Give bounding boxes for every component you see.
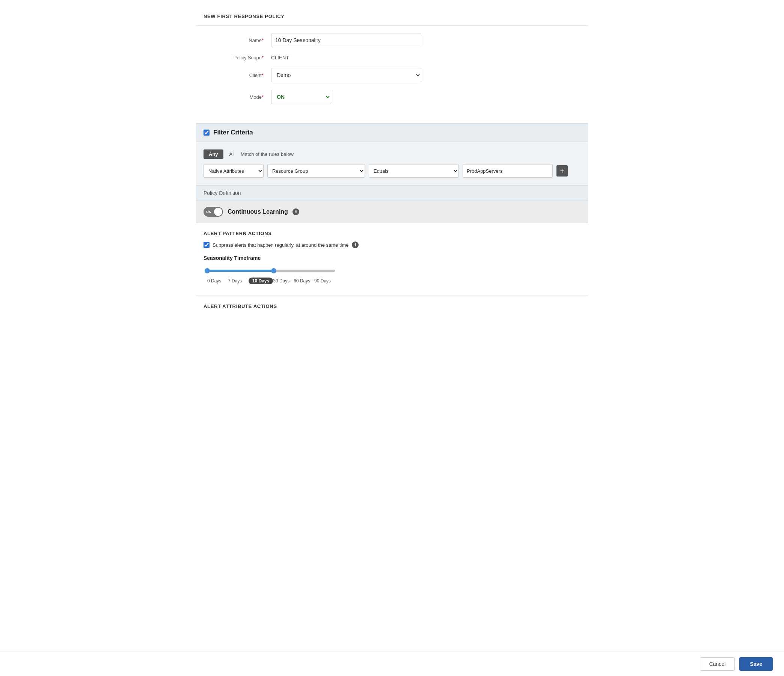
suppress-checkbox[interactable] <box>204 242 210 248</box>
resource-group-select[interactable]: Resource Group Host Service <box>268 164 365 178</box>
slider-label-0: 0 Days <box>207 278 228 283</box>
suppress-label: Suppress alerts that happen regularly, a… <box>213 242 349 248</box>
slider-track-wrapper <box>207 267 577 274</box>
any-button[interactable]: Any <box>204 150 223 159</box>
slider-label-90: 90 Days <box>314 278 335 283</box>
filter-criteria-title: Filter Criteria <box>213 129 253 136</box>
slider-label-10: 10 Days <box>249 277 273 284</box>
footer-bar: Cancel Save <box>0 652 784 676</box>
policy-scope-value: CLIENT <box>271 55 289 61</box>
match-text: Match of the rules below <box>241 151 294 157</box>
match-row: Any All Match of the rules below <box>204 150 580 159</box>
continuous-learning-label: Continuous Learning <box>227 209 288 215</box>
filter-value-input[interactable] <box>463 164 553 178</box>
filter-criteria-checkbox[interactable] <box>204 129 210 136</box>
toggle-wrapper[interactable]: ON <box>204 207 223 217</box>
page-title: NEW FIRST RESPONSE POLICY <box>196 8 588 25</box>
slider-thumb-left[interactable] <box>205 268 210 273</box>
alert-attribute-actions-title: ALERT ATTRIBUTE ACTIONS <box>204 304 580 309</box>
policy-scope-label: Policy Scope* <box>211 55 264 61</box>
slider-track[interactable] <box>207 269 335 272</box>
name-input[interactable] <box>271 33 421 47</box>
suppress-row: Suppress alerts that happen regularly, a… <box>204 241 580 248</box>
slider-fill <box>207 269 274 272</box>
policy-definition-header: Policy Definition <box>196 185 588 201</box>
suppress-info-icon[interactable]: ℹ <box>352 241 359 248</box>
form-section: Name* Policy Scope* CLIENT Client* Demo … <box>196 25 588 123</box>
add-rule-button[interactable]: + <box>557 165 568 176</box>
all-button[interactable]: All <box>226 150 238 159</box>
filter-criteria-header: Filter Criteria <box>196 123 588 142</box>
name-label: Name* <box>211 37 264 43</box>
alert-pattern-actions-title: ALERT PATTERN ACTIONS <box>204 231 580 236</box>
policy-definition-title: Policy Definition <box>204 190 241 196</box>
filter-body: Any All Match of the rules below Native … <box>196 142 588 185</box>
continuous-learning-info-icon[interactable]: ℹ <box>292 209 299 215</box>
seasonality-title: Seasonality Timeframe <box>204 255 580 261</box>
mode-select[interactable]: ON OFF <box>271 90 331 104</box>
toggle-knob <box>214 208 222 216</box>
cancel-button[interactable]: Cancel <box>700 657 735 671</box>
client-select[interactable]: Demo Client A Client B <box>271 68 421 82</box>
mode-row: Mode* ON OFF <box>196 90 588 104</box>
filter-rule-row: Native Attributes Custom Attributes Reso… <box>204 164 580 178</box>
attribute-type-select[interactable]: Native Attributes Custom Attributes <box>204 164 264 178</box>
operator-select[interactable]: Equals Not Equals Contains <box>369 164 459 178</box>
slider-thumb-right[interactable] <box>271 268 276 273</box>
client-row: Client* Demo Client A Client B <box>196 68 588 82</box>
slider-label-30: 30 Days <box>273 278 294 283</box>
toggle-on-label: ON <box>206 210 212 214</box>
policy-scope-row: Policy Scope* CLIENT <box>196 55 588 61</box>
name-row: Name* <box>196 33 588 47</box>
alert-attribute-actions-section: ALERT ATTRIBUTE ACTIONS <box>196 296 588 316</box>
save-button[interactable]: Save <box>739 657 773 671</box>
client-label: Client* <box>211 72 264 78</box>
mode-label: Mode* <box>211 94 264 100</box>
alert-pattern-actions-section: ALERT PATTERN ACTIONS Suppress alerts th… <box>196 223 588 296</box>
toggle-track[interactable]: ON <box>204 207 223 217</box>
slider-label-7: 7 Days <box>228 278 249 283</box>
slider-container: 0 Days 7 Days 10 Days 30 Days 60 Days 90… <box>204 267 580 284</box>
policy-body: ON Continuous Learning ℹ ALERT PATTERN A… <box>196 201 588 316</box>
continuous-learning-row: ON Continuous Learning ℹ <box>196 201 588 223</box>
slider-labels: 0 Days 7 Days 10 Days 30 Days 60 Days 90… <box>207 277 335 284</box>
slider-label-60: 60 Days <box>294 278 314 283</box>
